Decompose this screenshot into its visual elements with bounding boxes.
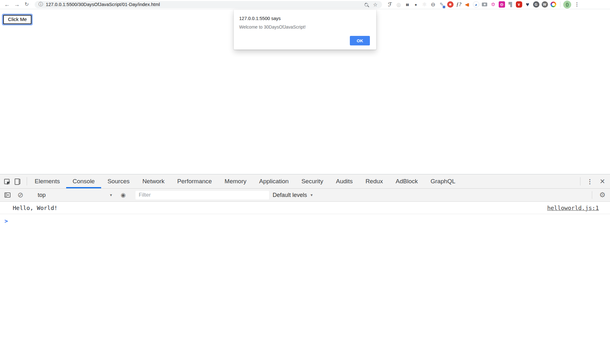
tab-redux[interactable]: Redux [359, 174, 389, 188]
tab-elements[interactable]: Elements [28, 174, 66, 188]
reload-icon[interactable]: ↻ [23, 2, 31, 7]
tabbar-divider [27, 177, 27, 185]
tab-sources[interactable]: Sources [101, 174, 136, 188]
devtools-panel: Elements Console Sources Network Perform… [0, 174, 610, 364]
alert-dialog: 127.0.0.1:5500 says Welcome to 30DaysOfJ… [234, 10, 376, 50]
alert-message: Welcome to 30DaysOfJavaScript! [239, 24, 370, 30]
toolbar-divider [560, 2, 560, 7]
address-bar[interactable]: ⓘ 127.0.0.1:5500/30DaysOfJavaScript/01-D… [35, 1, 382, 8]
tab-audits[interactable]: Audits [329, 174, 359, 188]
tabbar-right-divider [580, 177, 580, 185]
zoom-indicator-icon[interactable] [364, 3, 368, 6]
tab-security[interactable]: Security [295, 174, 330, 188]
extensions-row: ℱ ◎ ▮▮ ● ⚛ ⊖ ✎ ✱ ƒ? ◀ ◕ ✡ ⚙ ▜ ∨ ♥ G W [386, 0, 558, 9]
log-levels-dropdown[interactable]: Default levels ▼ [273, 192, 313, 199]
atom-extension-icon[interactable]: ⚛ [420, 0, 429, 9]
console-log-text: Hello, World! [13, 205, 58, 211]
bookmark-circle-extension-icon[interactable]: ∨ [515, 0, 523, 9]
browser-toolbar: ← → ↻ ⓘ 127.0.0.1:5500/30DaysOfJavaScrip… [0, 0, 610, 9]
device-toolbar-icon[interactable] [17, 179, 20, 184]
browser-menu-icon[interactable]: ⋮ [574, 2, 579, 7]
settings-gear-icon[interactable]: ⚙ [599, 191, 606, 199]
url-text[interactable]: 127.0.0.1:5500/30DaysOfJavaScript/01-Day… [46, 2, 364, 7]
prompt-chevron-icon: > [4, 218, 8, 224]
inspect-element-icon[interactable] [4, 179, 10, 184]
corner-arrow-extension-icon[interactable]: ▜ [506, 0, 515, 9]
graphql-extension-icon[interactable]: ✡ [489, 0, 497, 9]
tab-application[interactable]: Application [253, 174, 295, 188]
tab-console[interactable]: Console [66, 174, 101, 188]
math-function-extension-icon[interactable]: ƒ? [454, 0, 463, 9]
heart-search-extension-icon[interactable]: ♥ [523, 0, 532, 9]
stop-hand-extension-icon[interactable]: ✱ [446, 0, 454, 9]
eyedropper-extension-icon[interactable]: ✎ [437, 0, 446, 9]
swirl-extension-icon[interactable]: ◕ [472, 0, 480, 9]
chevron-down-icon: ▼ [310, 193, 313, 197]
rainbow-ring-extension-icon[interactable] [549, 0, 558, 9]
circled-minus-extension-icon[interactable]: ⊖ [429, 0, 437, 9]
gear-square-extension-icon[interactable]: ⚙ [497, 0, 506, 9]
tab-performance[interactable]: Performance [171, 174, 218, 188]
devtools-tab-bar: Elements Console Sources Network Perform… [0, 174, 610, 189]
devtools-menu-icon[interactable]: ⋮ [587, 178, 593, 185]
forward-icon[interactable]: → [13, 2, 21, 7]
math-script-f-extension-icon[interactable]: ℱ [386, 0, 394, 9]
console-sidebar-icon[interactable] [4, 192, 10, 198]
console-source-link[interactable]: helloworld.js:1 [547, 205, 599, 211]
profile-avatar[interactable]: {} [563, 1, 571, 9]
columns-extension-icon[interactable]: ▮▮ [403, 0, 412, 9]
click-me-button[interactable]: Click Me [3, 15, 31, 24]
live-expression-eye-icon[interactable]: ◉ [121, 192, 126, 199]
clear-console-icon[interactable]: ⊘ [17, 192, 23, 199]
tab-memory[interactable]: Memory [218, 174, 253, 188]
camera-extension-icon[interactable] [480, 0, 489, 9]
context-selector[interactable]: top ▼ [36, 192, 114, 199]
alert-title: 127.0.0.1:5500 says [239, 16, 370, 21]
back-icon[interactable]: ← [3, 2, 11, 7]
console-log-row: Hello, World! helloworld.js:1 [0, 202, 610, 214]
site-info-icon[interactable]: ⓘ [38, 2, 43, 7]
console-toolbar: ⊘ top ▼ ◉ Default levels ▼ ⚙ [0, 189, 610, 202]
log-levels-label: Default levels [273, 192, 307, 199]
context-selector-value: top [38, 192, 45, 199]
w-circle-extension-icon[interactable]: W [540, 0, 549, 9]
alert-ok-button[interactable]: OK [350, 36, 370, 45]
g-circle-extension-icon[interactable]: G [532, 0, 540, 9]
chevron-down-icon: ▼ [109, 193, 113, 197]
megaphone-extension-icon[interactable]: ◀ [463, 0, 472, 9]
devtools-close-icon[interactable]: × [600, 177, 605, 186]
tab-network[interactable]: Network [136, 174, 171, 188]
bookmark-star-icon[interactable]: ☆ [373, 2, 378, 8]
console-filter-input[interactable] [135, 191, 269, 199]
bug-extension-icon[interactable]: ● [412, 0, 420, 9]
tab-graphql[interactable]: GraphQL [424, 174, 462, 188]
tab-adblock[interactable]: AdBlock [389, 174, 424, 188]
console-prompt[interactable]: > [0, 214, 610, 224]
devtools-tabs: Elements Console Sources Network Perform… [28, 174, 462, 188]
target-extension-icon[interactable]: ◎ [394, 0, 403, 9]
